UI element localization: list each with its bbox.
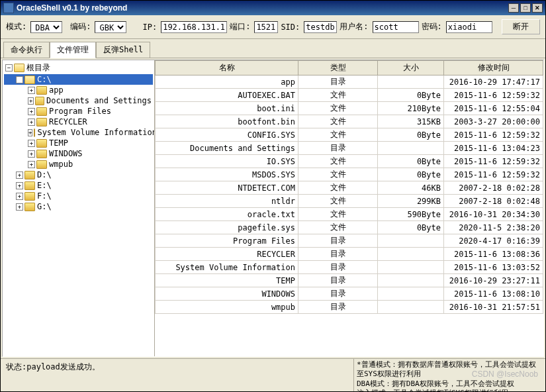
tree-folder-item[interactable]: +TEMP bbox=[4, 138, 153, 148]
folder-icon bbox=[36, 150, 47, 158]
table-row[interactable]: oracle.txt文件590Byte2016-10-31 20:34:30 bbox=[156, 208, 543, 221]
tree-folder-item[interactable]: +RECYCLER bbox=[4, 117, 153, 127]
table-row[interactable]: boot.ini文件210Byte2015-11-6 12:55:04 bbox=[156, 102, 543, 115]
tree-folder-item[interactable]: +WINDOWS bbox=[4, 148, 153, 159]
sid-label: SID: bbox=[281, 23, 300, 32]
disconnect-button[interactable]: 断开 bbox=[502, 19, 540, 34]
mode-select[interactable]: DBA bbox=[30, 21, 62, 33]
table-row[interactable]: IO.SYS文件0Byte2015-11-6 12:59:32 bbox=[156, 155, 543, 168]
table-row[interactable]: System Volume Information目录2015-11-6 13:… bbox=[156, 261, 543, 274]
tree-folder-item[interactable]: +wmpub bbox=[4, 159, 153, 170]
tree-drive-item[interactable]: +F:\ bbox=[4, 191, 153, 201]
encoding-select[interactable]: GBK bbox=[95, 21, 126, 33]
tree-node-label: System Volume Information bbox=[37, 128, 155, 137]
table-row[interactable]: TEMP目录2016-10-29 23:27:11 bbox=[156, 274, 543, 287]
table-row[interactable]: bootfont.bin文件315KB2003-3-27 20:00:00 bbox=[156, 115, 543, 128]
expand-icon[interactable]: + bbox=[28, 97, 34, 105]
user-input[interactable] bbox=[373, 21, 419, 33]
cell-size bbox=[378, 234, 444, 248]
folder-icon bbox=[36, 107, 47, 116]
cell-size: 299KB bbox=[378, 195, 444, 208]
cell-mtime: 2016-10-31 21:57:51 bbox=[444, 301, 543, 314]
expand-icon[interactable]: + bbox=[28, 140, 35, 147]
maximize-button[interactable]: □ bbox=[520, 3, 531, 13]
cell-name: boot.ini bbox=[156, 102, 298, 115]
table-row[interactable]: MSDOS.SYS文件0Byte2015-11-6 12:59:32 bbox=[156, 168, 543, 181]
directory-tree[interactable]: − 根目录 − C:\ +app+Documents and Settings+… bbox=[3, 60, 155, 356]
expand-icon[interactable]: + bbox=[16, 193, 23, 200]
table-row[interactable]: WINDOWS目录2015-11-6 13:08:10 bbox=[156, 287, 543, 301]
tree-drive-item[interactable]: +E:\ bbox=[4, 180, 153, 191]
table-row[interactable]: pagefile.sys文件0Byte2020-11-5 2:38:20 bbox=[156, 221, 543, 234]
tab-files[interactable]: 文件管理 bbox=[50, 42, 96, 58]
col-size[interactable]: 大小 bbox=[378, 61, 444, 75]
expand-icon[interactable]: + bbox=[16, 172, 23, 179]
table-row[interactable]: wmpub目录2016-10-31 21:57:51 bbox=[156, 301, 543, 314]
table-row[interactable]: NTDETECT.COM文件46KB2007-2-18 0:02:28 bbox=[156, 181, 543, 195]
collapse-icon[interactable]: − bbox=[5, 64, 13, 72]
tree-folder-item[interactable]: +Documents and Settings bbox=[4, 95, 153, 106]
titlebar[interactable]: OracleShell v0.1 by rebeyond ─ □ ✕ bbox=[1, 1, 545, 15]
tree-drive-item[interactable]: +G:\ bbox=[4, 201, 153, 212]
tree-node-label: D:\ bbox=[37, 170, 52, 179]
cell-mtime: 2015-11-6 13:08:10 bbox=[444, 287, 543, 301]
table-row[interactable]: RECYCLER目录2015-11-6 13:08:36 bbox=[156, 248, 543, 261]
cell-size: 0Byte bbox=[378, 128, 444, 142]
cell-type: 文件 bbox=[298, 195, 378, 208]
cell-name: TEMP bbox=[156, 274, 298, 287]
sid-input[interactable] bbox=[304, 21, 337, 33]
table-row[interactable]: ntldr文件299KB2007-2-18 0:02:48 bbox=[156, 195, 543, 208]
collapse-icon[interactable]: − bbox=[16, 76, 23, 83]
tree-folder-item[interactable]: +app bbox=[4, 85, 153, 95]
folder-icon bbox=[36, 160, 47, 169]
expand-icon[interactable]: + bbox=[28, 129, 32, 136]
table-row[interactable]: CONFIG.SYS文件0Byte2015-11-6 12:59:32 bbox=[156, 128, 543, 142]
tree-node-label: Program Files bbox=[49, 107, 111, 116]
table-row[interactable]: app目录2016-10-29 17:47:17 bbox=[156, 75, 543, 89]
cell-type: 目录 bbox=[298, 287, 378, 301]
minimize-button[interactable]: ─ bbox=[508, 3, 519, 13]
tab-reverse-shell[interactable]: 反弹Shell bbox=[96, 42, 150, 58]
col-mtime[interactable]: 修改时间 bbox=[444, 61, 543, 75]
tree-node-label: RECYCLER bbox=[49, 117, 87, 126]
expand-icon[interactable]: + bbox=[16, 203, 23, 211]
cell-size bbox=[378, 287, 444, 301]
table-row[interactable]: AUTOEXEC.BAT文件0Byte2015-11-6 12:59:32 bbox=[156, 89, 543, 102]
expand-icon[interactable]: + bbox=[28, 150, 35, 158]
cell-mtime: 2007-2-18 0:02:28 bbox=[444, 181, 543, 195]
cell-name: app bbox=[156, 75, 298, 89]
tree-drive-c[interactable]: − C:\ bbox=[4, 74, 153, 85]
expand-icon[interactable]: + bbox=[28, 87, 35, 94]
table-row[interactable]: Program Files目录2020-4-17 0:16:39 bbox=[156, 234, 543, 248]
ip-input[interactable] bbox=[161, 21, 227, 33]
cell-size: 0Byte bbox=[378, 155, 444, 168]
close-button[interactable]: ✕ bbox=[532, 3, 543, 13]
expand-icon[interactable]: + bbox=[28, 108, 35, 115]
folder-open-icon bbox=[14, 64, 24, 72]
cell-type: 目录 bbox=[298, 234, 378, 248]
expand-icon[interactable]: + bbox=[28, 161, 35, 168]
cell-size: 46KB bbox=[378, 181, 444, 195]
cell-mtime: 2020-11-5 2:38:20 bbox=[444, 221, 543, 234]
expand-icon[interactable]: + bbox=[28, 119, 35, 126]
col-type[interactable]: 类型 bbox=[298, 61, 378, 75]
help-line: DBA模式：拥有DBA权限账号，工具不会尝试提权 bbox=[357, 379, 543, 389]
cell-name: Documents and Settings bbox=[156, 142, 298, 155]
folder-icon bbox=[24, 171, 35, 179]
file-list-panel[interactable]: 名称 类型 大小 修改时间 app目录2016-10-29 17:47:17AU… bbox=[155, 60, 543, 356]
tree-drive-item[interactable]: +D:\ bbox=[4, 170, 153, 180]
tree-folder-item[interactable]: +System Volume Information bbox=[4, 127, 153, 138]
app-icon bbox=[3, 3, 14, 13]
tab-command[interactable]: 命令执行 bbox=[3, 42, 50, 58]
tree-folder-item[interactable]: +Program Files bbox=[4, 106, 153, 117]
folder-open-icon bbox=[24, 75, 35, 84]
tree-root-node[interactable]: − 根目录 bbox=[4, 62, 153, 74]
help-line: 注入模式：工具会尝试提权到SYS权限进行利用 bbox=[357, 389, 543, 392]
table-row[interactable]: Documents and Settings目录2015-11-6 13:04:… bbox=[156, 142, 543, 155]
port-input[interactable] bbox=[254, 21, 278, 33]
expand-icon[interactable]: + bbox=[16, 182, 23, 189]
folder-icon bbox=[36, 86, 47, 95]
status-message: 状态:payload发送成功。 bbox=[1, 359, 353, 391]
pass-input[interactable] bbox=[446, 21, 492, 33]
col-name[interactable]: 名称 bbox=[156, 61, 298, 75]
